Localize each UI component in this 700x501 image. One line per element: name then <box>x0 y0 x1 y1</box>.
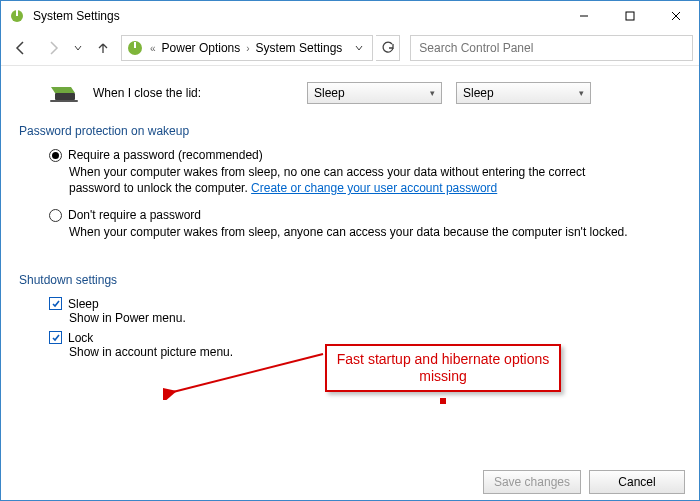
annotation-handle <box>440 398 446 404</box>
require-password-radio[interactable] <box>49 149 62 162</box>
require-password-description: When your computer wakes from sleep, no … <box>49 162 639 196</box>
chevron-down-icon: ▾ <box>430 88 435 98</box>
dont-require-password-radio[interactable] <box>49 209 62 222</box>
dont-require-password-option: Don't require a password When your compu… <box>19 208 639 252</box>
lock-label: Lock <box>68 331 93 345</box>
power-options-icon <box>9 8 25 24</box>
svg-rect-7 <box>134 42 136 48</box>
dont-require-password-radio-row[interactable]: Don't require a password <box>49 208 639 222</box>
breadcrumb[interactable]: « Power Options › System Settings <box>121 35 373 61</box>
require-password-label: Require a password (recommended) <box>68 148 263 162</box>
dont-require-password-label: Don't require a password <box>68 208 201 222</box>
system-settings-window: System Settings <box>0 0 700 501</box>
content-area: When I close the lid: Sleep ▾ Sleep ▾ Pa… <box>1 66 699 500</box>
window-controls <box>561 1 699 31</box>
lid-plugged-value: Sleep <box>463 86 494 100</box>
annotation-text: Fast startup and hibernate options missi… <box>335 351 551 385</box>
chevron-right-icon: › <box>244 43 251 54</box>
annotation-callout: Fast startup and hibernate options missi… <box>325 344 561 392</box>
window-title: System Settings <box>33 9 120 23</box>
lid-plugged-select[interactable]: Sleep ▾ <box>456 82 591 104</box>
nav-forward-button[interactable] <box>39 34 67 62</box>
dont-require-password-description: When your computer wakes from sleep, any… <box>49 222 639 240</box>
breadcrumb-dropdown[interactable] <box>350 44 368 52</box>
sleep-label: Sleep <box>68 297 99 311</box>
breadcrumb-separator-icon: « <box>148 43 158 54</box>
section-header-password: Password protection on wakeup <box>19 124 681 138</box>
nav-recent-dropdown[interactable] <box>71 34 85 62</box>
require-password-option: Require a password (recommended) When yo… <box>19 148 639 208</box>
svg-rect-3 <box>626 12 634 20</box>
titlebar: System Settings <box>1 1 699 31</box>
maximize-button[interactable] <box>607 1 653 31</box>
save-changes-button[interactable]: Save changes <box>483 470 581 494</box>
svg-rect-9 <box>50 100 78 102</box>
power-options-icon <box>126 39 144 57</box>
refresh-button[interactable] <box>376 35 400 61</box>
lid-battery-select[interactable]: Sleep ▾ <box>307 82 442 104</box>
footer-buttons: Save changes Cancel <box>483 470 685 494</box>
close-button[interactable] <box>653 1 699 31</box>
titlebar-left: System Settings <box>1 8 120 24</box>
require-password-radio-row[interactable]: Require a password (recommended) <box>49 148 639 162</box>
lock-checkbox-row[interactable]: Lock <box>49 331 681 345</box>
chevron-down-icon: ▾ <box>579 88 584 98</box>
sleep-sublabel: Show in Power menu. <box>49 311 681 325</box>
minimize-button[interactable] <box>561 1 607 31</box>
create-password-link[interactable]: Create or change your user account passw… <box>251 181 497 195</box>
sleep-checkbox[interactable] <box>49 297 62 310</box>
lid-close-row: When I close the lid: Sleep ▾ Sleep ▾ <box>19 76 681 120</box>
lid-battery-value: Sleep <box>314 86 345 100</box>
nav-back-button[interactable] <box>7 34 35 62</box>
sleep-checkbox-row[interactable]: Sleep <box>49 297 681 311</box>
svg-rect-8 <box>55 93 75 100</box>
laptop-lid-icon <box>49 83 79 103</box>
cancel-button[interactable]: Cancel <box>589 470 685 494</box>
breadcrumb-item-power-options[interactable]: Power Options <box>162 41 241 55</box>
search-box[interactable] <box>410 35 693 61</box>
search-input[interactable] <box>417 40 686 56</box>
nav-up-button[interactable] <box>89 34 117 62</box>
lid-close-label: When I close the lid: <box>93 86 293 100</box>
lock-checkbox[interactable] <box>49 331 62 344</box>
breadcrumb-item-system-settings[interactable]: System Settings <box>256 41 343 55</box>
svg-rect-1 <box>16 10 18 16</box>
sleep-option: Sleep Show in Power menu. <box>19 297 681 331</box>
navbar: « Power Options › System Settings <box>1 31 699 65</box>
section-header-shutdown: Shutdown settings <box>19 273 681 287</box>
